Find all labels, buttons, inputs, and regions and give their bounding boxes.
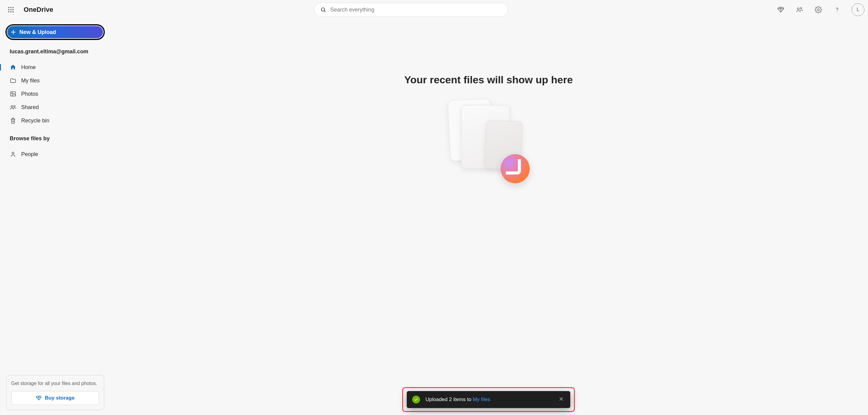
home-icon (10, 64, 17, 70)
svg-rect-17 (10, 92, 16, 96)
sidebar-item-label: Recycle bin (21, 118, 50, 124)
user-email: lucas.grant.eltima@gmail.com (6, 49, 104, 55)
close-icon (559, 396, 564, 402)
new-upload-button[interactable]: New & Upload (6, 25, 104, 39)
sidebar-item-label: Photos (21, 91, 38, 97)
sidebar-nav: Home My files Photos Shared Recycle bin (6, 61, 104, 127)
app-launcher-button[interactable] (4, 2, 18, 17)
svg-point-12 (801, 7, 802, 9)
svg-point-8 (12, 11, 13, 12)
sidebar-item-home[interactable]: Home (6, 61, 104, 73)
header-bar: OneDrive (0, 0, 868, 20)
premium-button[interactable] (775, 4, 787, 16)
header-actions: L (775, 3, 864, 16)
settings-button[interactable] (812, 4, 825, 16)
sidebar: New & Upload lucas.grant.eltima@gmail.co… (0, 20, 109, 415)
toast-text: Uploaded 2 items to (426, 396, 473, 402)
gear-icon (815, 6, 822, 13)
help-icon (834, 6, 841, 13)
diamond-icon (777, 6, 784, 13)
search-container (314, 3, 508, 17)
empty-state-illustration (449, 97, 528, 181)
toast-close-button[interactable] (558, 395, 565, 404)
sidebar-item-shared[interactable]: Shared (6, 101, 104, 114)
clock-icon (501, 154, 530, 183)
trash-icon (10, 117, 17, 124)
svg-point-5 (12, 9, 13, 10)
svg-point-2 (12, 7, 13, 8)
sidebar-item-label: Shared (21, 104, 39, 111)
svg-point-11 (798, 8, 799, 10)
sidebar-item-recycle-bin[interactable]: Recycle bin (6, 114, 104, 127)
app-title: OneDrive (24, 6, 53, 13)
help-button[interactable] (831, 4, 843, 16)
new-upload-label: New & Upload (20, 29, 56, 35)
plus-icon (10, 29, 17, 35)
svg-point-20 (13, 106, 15, 107)
main-content: Your recent files will show up here Uplo… (109, 20, 868, 415)
sidebar-item-label: Home (21, 64, 36, 70)
storage-card: Get storage for all your files and photo… (6, 375, 104, 410)
photo-icon (10, 91, 17, 97)
search-box[interactable] (314, 3, 508, 17)
search-icon (320, 7, 326, 13)
sidebar-item-label: My files (21, 78, 40, 84)
folder-icon (10, 77, 17, 84)
toast-message: Uploaded 2 items to My files (426, 396, 552, 403)
storage-text: Get storage for all your files and photo… (11, 381, 99, 386)
svg-point-3 (8, 9, 9, 10)
empty-state-title: Your recent files will show up here (404, 74, 573, 86)
shared-icon (10, 104, 17, 111)
svg-point-14 (837, 11, 837, 12)
account-avatar[interactable]: L (851, 3, 864, 16)
svg-point-0 (8, 7, 9, 8)
browse-header: Browse files by (6, 136, 104, 142)
sidebar-item-photos[interactable]: Photos (6, 88, 104, 100)
person-icon (10, 151, 17, 157)
people-icon (796, 6, 803, 13)
people-button[interactable] (794, 4, 806, 16)
toast-link[interactable]: My files (473, 396, 490, 402)
svg-point-9 (321, 8, 325, 11)
svg-point-1 (10, 7, 11, 8)
sidebar-item-my-files[interactable]: My files (6, 74, 104, 87)
search-input[interactable] (331, 7, 501, 13)
svg-point-4 (10, 9, 11, 10)
success-icon (412, 395, 420, 404)
avatar-initial: L (857, 7, 860, 12)
svg-line-10 (324, 11, 326, 12)
buy-storage-label: Buy storage (45, 395, 74, 401)
sidebar-item-people[interactable]: People (6, 148, 104, 160)
svg-point-23 (12, 152, 14, 154)
upload-toast: Uploaded 2 items to My files (407, 391, 570, 408)
diamond-icon (36, 395, 42, 401)
buy-storage-button[interactable]: Buy storage (11, 391, 99, 405)
toast-highlight: Uploaded 2 items to My files (402, 387, 575, 412)
waffle-icon (8, 7, 14, 13)
svg-point-6 (8, 11, 9, 12)
svg-point-7 (10, 11, 11, 12)
svg-point-13 (817, 9, 819, 10)
svg-point-18 (11, 93, 13, 94)
browse-nav: People (6, 148, 104, 160)
svg-point-19 (11, 106, 13, 108)
sidebar-item-label: People (21, 151, 38, 157)
